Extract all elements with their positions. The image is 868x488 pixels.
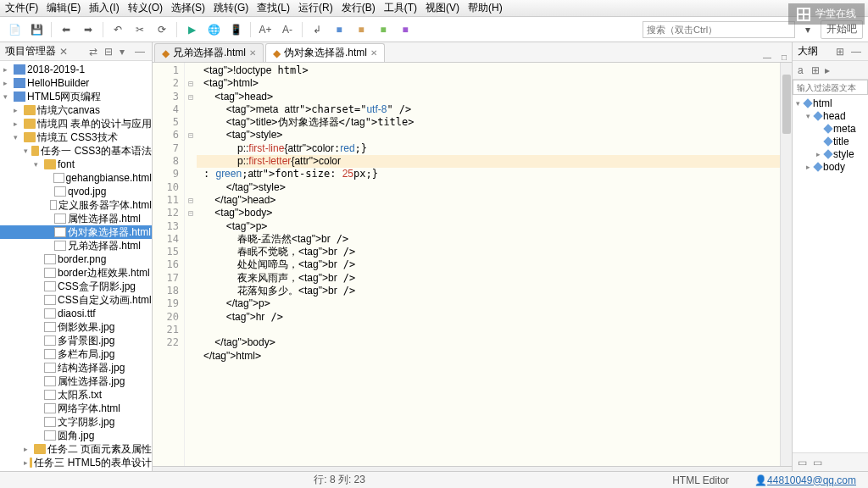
editor-tabs: ◆ 兄弟选择器.html ✕ ◆ 伪对象选择器.html ✕ — □ — [153, 42, 792, 63]
outline-tree[interactable]: ▾html▾headmetatitle▸style▸body — [793, 95, 868, 452]
tree-item[interactable]: gehangbianse.html — [0, 171, 152, 185]
menu-help[interactable]: 帮助(H) — [468, 1, 503, 15]
tree-item[interactable]: ▸任务二 页面元素及属性 — [0, 442, 152, 456]
fold-column[interactable]: ⊟⊟⊟⊟⊟ — [185, 63, 197, 466]
tree-item[interactable]: ▸2018-2019-1 — [0, 63, 152, 76]
tree-item[interactable]: 兄弟选择器.html — [0, 239, 152, 252]
new-file-icon[interactable]: 📄 — [5, 20, 24, 39]
user-link[interactable]: 44810049@qq.com — [767, 474, 856, 486]
tree-item[interactable]: 属性选择器.html — [0, 212, 152, 225]
tab-sibling-selector[interactable]: ◆ 兄弟选择器.html ✕ — [154, 43, 264, 62]
tree-item[interactable]: ▾任务一 CSS3的基本语法 — [0, 144, 152, 158]
palette4-icon[interactable]: ■ — [396, 20, 415, 39]
tree-item[interactable]: 圆角.jpg — [0, 429, 152, 442]
menu-find[interactable]: 查找(L) — [257, 1, 290, 15]
tree-item[interactable]: 结构选择器.jpg — [0, 361, 152, 374]
menu-file[interactable]: 文件(F) — [5, 1, 38, 15]
forward-icon[interactable]: ➡ — [79, 20, 97, 39]
menu-publish[interactable]: 发行(B) — [342, 1, 376, 15]
tree-item[interactable]: border.png — [0, 252, 152, 266]
tab-pseudo-selector[interactable]: ◆ 伪对象选择器.html ✕ — [265, 43, 385, 62]
tree-item[interactable]: 多栏布局.jpg — [0, 347, 152, 361]
refresh-icon[interactable]: ⟳ — [153, 20, 171, 39]
tree-item[interactable]: 定义服务器字体.html — [0, 198, 152, 212]
phone-icon[interactable]: 📱 — [226, 20, 245, 39]
project-tree[interactable]: ▸2018-2019-1▸HelloHBuilder▾HTML5网页编程▸情境六… — [0, 61, 152, 471]
outline-item[interactable]: ▾head — [794, 109, 866, 122]
tree-item[interactable]: 属性选择器.jpg — [0, 374, 152, 388]
tree-item[interactable]: diaosi.ttf — [0, 307, 152, 320]
outline-btn1-icon[interactable]: ▭ — [798, 457, 810, 469]
browser-icon[interactable]: 🌐 — [204, 20, 223, 39]
menu-icon[interactable]: ▾ — [120, 46, 131, 58]
close-icon[interactable]: ✕ — [370, 48, 377, 58]
cut-icon[interactable]: ✂ — [131, 20, 149, 39]
menu-edit[interactable]: 编辑(E) — [47, 1, 81, 15]
project-explorer: 项目管理器 ✕ ⇄ ⊟ ▾ — ▸2018-2019-1▸HelloHBuild… — [0, 42, 153, 471]
undo-icon[interactable]: ↶ — [108, 20, 127, 39]
outline-item[interactable]: ▸body — [794, 160, 866, 173]
watermark-logo: 学堂在线 — [788, 3, 865, 25]
vertical-scrollbar[interactable] — [780, 63, 792, 466]
tree-item[interactable]: ▸任务三 HTML5的表单设计 — [0, 456, 152, 469]
palette1-icon[interactable]: ■ — [330, 20, 348, 39]
menu-insert[interactable]: 插入(I) — [89, 1, 119, 15]
menu-select[interactable]: 选择(S) — [171, 1, 205, 15]
tree-item[interactable]: ▸HelloHBuilder — [0, 76, 152, 90]
outline-item[interactable]: meta — [794, 122, 866, 135]
save-icon[interactable]: 💾 — [27, 20, 46, 39]
tree-item[interactable]: 多背景图.jpg — [0, 334, 152, 347]
wrap-icon[interactable]: ↲ — [308, 20, 326, 39]
back-icon[interactable]: ⬅ — [57, 20, 75, 39]
outline-item[interactable]: title — [794, 135, 866, 147]
link-icon[interactable]: ⇄ — [89, 46, 101, 58]
outline-item[interactable]: ▾html — [794, 97, 866, 109]
tree-item[interactable]: 文字阴影.jpg — [0, 415, 152, 429]
tree-item[interactable]: ▸情境四 表单的设计与应用 — [0, 117, 152, 130]
minimize-icon[interactable]: — — [851, 46, 863, 58]
outline-tab2-icon[interactable]: ⊞ — [836, 46, 848, 58]
menu-view[interactable]: 视图(V) — [426, 1, 459, 15]
tree-icon[interactable]: ⊞ — [811, 64, 823, 76]
palette2-icon[interactable]: ■ — [352, 20, 370, 39]
palette3-icon[interactable]: ■ — [374, 20, 392, 39]
minimize-icon[interactable]: — — [135, 46, 147, 58]
outline-btn2-icon[interactable]: ▭ — [813, 457, 825, 469]
tree-item[interactable]: qvod.jpg — [0, 185, 152, 198]
font-dec-icon[interactable]: A- — [278, 20, 297, 39]
line-gutter: 12345678910111213141516171819202122 — [153, 63, 185, 466]
sort-icon[interactable]: a — [798, 64, 810, 76]
tab-maximize-icon[interactable]: □ — [776, 53, 792, 62]
close-icon[interactable]: ✕ — [59, 46, 71, 58]
font-inc-icon[interactable]: A+ — [256, 20, 275, 39]
tree-item[interactable]: ▾font — [0, 158, 152, 171]
expand-icon[interactable]: ▸ — [825, 64, 837, 76]
close-icon[interactable]: ✕ — [249, 48, 256, 58]
collapse-icon[interactable]: ⊟ — [104, 46, 116, 58]
menu-goto[interactable]: 跳转(G) — [214, 1, 248, 15]
user-icon: 👤 — [754, 474, 767, 486]
tree-item[interactable]: CSS自定义动画.html — [0, 293, 152, 307]
tree-item[interactable]: 太阳系.txt — [0, 388, 152, 402]
tree-item[interactable]: 倒影效果.jpg — [0, 320, 152, 334]
tree-item[interactable]: CSS盒子阴影.jpg — [0, 280, 152, 293]
outline-tab-title[interactable]: 大纲 — [798, 44, 818, 58]
menu-run[interactable]: 运行(R) — [298, 1, 333, 15]
tree-item[interactable]: ▸情境六canvas — [0, 103, 152, 117]
tree-item[interactable]: 伪对象选择器.html — [0, 225, 152, 239]
menu-escape[interactable]: 转义(O) — [128, 1, 163, 15]
menubar: 文件(F) 编辑(E) 插入(I) 转义(O) 选择(S) 跳转(G) 查找(L… — [0, 0, 868, 17]
html-file-icon: ◆ — [273, 47, 281, 59]
menu-tools[interactable]: 工具(T) — [384, 1, 417, 15]
code-editor[interactable]: <tag">!doctype html> <tag">html> <tag">h… — [197, 63, 780, 466]
run-icon[interactable]: ▶ — [182, 20, 201, 39]
tree-item[interactable]: 网络字体.html — [0, 402, 152, 415]
tree-item[interactable]: border边框效果.html — [0, 266, 152, 280]
editor-mode: HTML Editor — [672, 474, 729, 486]
search-input[interactable] — [643, 21, 795, 38]
outline-item[interactable]: ▸style — [794, 147, 866, 160]
tab-minimize-icon[interactable]: — — [758, 53, 776, 62]
tree-item[interactable]: ▾情境五 CSS3技术 — [0, 130, 152, 144]
outline-filter-input[interactable] — [793, 80, 868, 95]
tree-item[interactable]: ▾HTML5网页编程 — [0, 90, 152, 103]
